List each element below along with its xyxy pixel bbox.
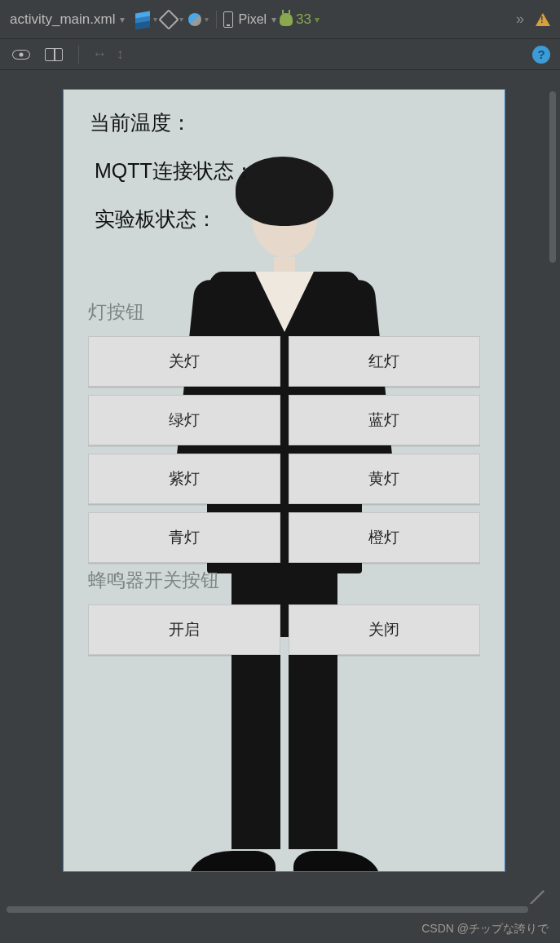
api-label: 33 [296, 11, 311, 28]
help-icon: ? [537, 47, 545, 61]
vertical-scrollbar[interactable] [545, 78, 560, 894]
light-button-grid: 关灯 红灯 绿灯 蓝灯 紫灯 黄灯 青灯 橙灯 [88, 336, 480, 563]
overflow-menu-button[interactable]: » [516, 11, 524, 28]
mqtt-status-label: MQTT连接状态： [93, 157, 480, 184]
light-cyan-button[interactable]: 青灯 [88, 512, 280, 563]
buzzer-on-button[interactable]: 开启 [88, 604, 280, 655]
android-head-icon [280, 13, 293, 26]
rotate-icon [158, 9, 179, 29]
light-red-button[interactable]: 红灯 [289, 336, 481, 387]
split-toggle-button[interactable] [42, 43, 65, 66]
phone-icon [223, 11, 233, 28]
preview-toggle-button[interactable] [10, 43, 33, 66]
resize-handle[interactable] [511, 861, 544, 894]
buzzer-section-label: 蜂鸣器开关按钮 [88, 568, 480, 593]
chevron-down-icon: ▾ [120, 14, 125, 25]
light-blue-button[interactable]: 蓝灯 [289, 395, 481, 445]
design-canvas[interactable]: 当前温度： MQTT连接状态： 实验板状态： 灯按钮 关灯 红灯 绿灯 蓝灯 紫… [0, 70, 560, 904]
file-name-label: activity_main.xml [10, 11, 115, 28]
chevron-down-icon: ▾ [315, 14, 320, 25]
eye-icon [12, 50, 30, 60]
chevron-down-icon: ▾ [271, 14, 276, 25]
buzzer-off-button[interactable]: 关闭 [289, 604, 481, 655]
orientation-button[interactable]: ▾ [161, 8, 183, 31]
light-yellow-button[interactable]: 黄灯 [289, 454, 481, 504]
board-status-label: 实验板状态： [93, 206, 480, 232]
separator [78, 46, 79, 64]
expand-horizontal-button: ↔ [92, 46, 107, 63]
device-frame[interactable]: 当前温度： MQTT连接状态： 实验板状态： 灯按钮 关灯 红灯 绿灯 蓝灯 紫… [63, 89, 505, 872]
file-dropdown[interactable]: activity_main.xml ▾ [10, 11, 131, 28]
device-select[interactable]: Pixel ▾ [223, 11, 276, 28]
warning-icon[interactable] [536, 13, 550, 26]
buzzer-button-grid: 开启 关闭 [88, 604, 480, 655]
theme-mode-button[interactable]: ▾ [187, 8, 209, 31]
app-content: 当前温度： MQTT连接状态： 实验板状态： 灯按钮 关灯 红灯 绿灯 蓝灯 紫… [64, 90, 505, 871]
horizontal-scrollbar[interactable] [0, 906, 545, 914]
help-button[interactable]: ? [532, 46, 550, 64]
light-section-label: 灯按钮 [88, 299, 480, 325]
design-toolbar: activity_main.xml ▾ ▾ ▾ ▾ Pixel ▾ 33 ▾ » [0, 0, 560, 39]
light-purple-button[interactable]: 紫灯 [88, 454, 280, 504]
design-subtoolbar: ↔ ↕ ? [0, 39, 560, 70]
horizontal-scroll-thumb[interactable] [7, 906, 528, 913]
watermark: CSDN @チップな誇りで [421, 922, 549, 936]
expand-vertical-button: ↕ [117, 46, 124, 63]
layers-icon [135, 12, 150, 27]
light-off-button[interactable]: 关灯 [88, 336, 280, 387]
split-view-icon [45, 48, 63, 61]
device-label: Pixel [238, 12, 267, 27]
light-green-button[interactable]: 绿灯 [88, 395, 280, 445]
vertical-scroll-thumb[interactable] [549, 91, 556, 263]
api-select[interactable]: 33 ▾ [280, 11, 320, 28]
separator [216, 11, 217, 29]
temperature-label: 当前温度： [88, 109, 480, 136]
light-orange-button[interactable]: 橙灯 [289, 512, 481, 563]
view-layers-button[interactable]: ▾ [134, 8, 157, 31]
day-night-icon [188, 13, 201, 26]
